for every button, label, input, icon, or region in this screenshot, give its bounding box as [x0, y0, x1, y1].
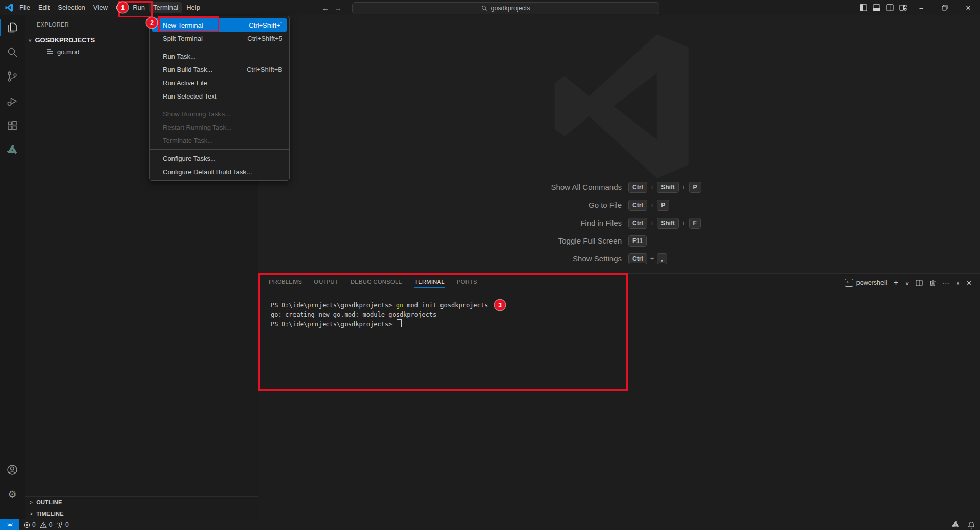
close-window-button[interactable]: ✕ — [957, 0, 980, 15]
errors-icon — [23, 522, 30, 528]
titlebar-right-controls: – ✕ — [856, 0, 980, 15]
menu-item-run-active-file[interactable]: Run Active File — [150, 76, 289, 89]
timeline-label: TIMELINE — [36, 511, 64, 517]
active-shell-chip[interactable]: >_ powershell — [845, 279, 887, 287]
menu-item-run-selected-text[interactable]: Run Selected Text — [150, 89, 289, 103]
menu-view[interactable]: View — [89, 2, 112, 13]
menu-file[interactable]: File — [15, 2, 34, 13]
tab-debug-console[interactable]: DEBUG CONSOLE — [351, 279, 402, 288]
statusbar-right — [951, 519, 975, 530]
tab-ports[interactable]: PORTS — [457, 279, 477, 288]
settings-gear-icon[interactable]: ⚙ — [0, 482, 24, 507]
minimize-button[interactable]: – — [910, 0, 933, 15]
search-icon[interactable] — [0, 40, 24, 64]
keycap: Shift — [657, 218, 679, 229]
toggle-primary-sidebar-icon[interactable] — [856, 0, 870, 15]
toggle-panel-icon[interactable] — [870, 0, 883, 15]
menu-item-terminate-task: Terminate Task... — [150, 134, 289, 147]
status-bar: >< 0 0 0 — [0, 519, 980, 530]
outline-label: OUTLINE — [36, 499, 62, 505]
explorer-title: EXPLORER — [37, 21, 69, 28]
menu-separator — [150, 105, 289, 105]
menu-run[interactable]: Run — [129, 2, 149, 13]
menu-item-configure-tasks[interactable]: Configure Tasks... — [150, 152, 289, 165]
menu-item-new-terminal[interactable]: New Terminal Ctrl+Shift+` — [152, 18, 287, 32]
outline-section-header[interactable]: > OUTLINE — [24, 496, 258, 508]
back-icon[interactable]: ← — [322, 4, 329, 12]
account-icon[interactable] — [0, 457, 24, 482]
shortcut-label: Toggle Full Screen — [397, 236, 622, 245]
maximize-panel-icon[interactable]: ∧ — [956, 280, 960, 286]
source-control-icon[interactable] — [0, 64, 24, 89]
chevron-right-icon: > — [30, 511, 33, 517]
terminal-menu-dropdown: New Terminal Ctrl+Shift+` Split Terminal… — [149, 16, 290, 181]
menu-item-show-running-tasks: Show Running Tasks... — [150, 107, 289, 121]
menu-selection[interactable]: Selection — [54, 2, 89, 13]
kill-terminal-trash-icon[interactable] — [929, 279, 936, 286]
annotation-step-badge-2: 2 — [146, 17, 157, 28]
forward-icon[interactable]: → — [334, 4, 342, 12]
ports-status[interactable]: 0 — [56, 519, 69, 530]
menu-separator — [150, 149, 289, 150]
shortcut-row: Show Settings Ctrl+, — [397, 250, 701, 268]
terminal-output[interactable]: PS D:\ide\projects\gosdkprojects> go mod… — [271, 301, 488, 329]
command-token: go — [396, 302, 403, 309]
vscode-watermark-logo — [550, 34, 694, 178]
launch-profile-chevron-icon[interactable]: ∨ — [905, 280, 909, 286]
custom-extension-icon[interactable] — [0, 138, 24, 162]
terminal-line: go: creating new go.mod: module gosdkpro… — [271, 310, 488, 320]
keycap: F — [689, 218, 701, 229]
watermark-shortcut-list: Show All Commands Ctrl+Shift+P Go to Fil… — [397, 178, 701, 268]
warnings-count: 0 — [49, 521, 53, 528]
menu-item-run-task[interactable]: Run Task... — [150, 50, 289, 63]
shortcut-row: Toggle Full Screen F11 — [397, 232, 701, 250]
search-value: gosdkprojects — [491, 5, 530, 12]
menu-separator — [150, 47, 289, 47]
annotation-step-badge-3: 3 — [495, 300, 505, 310]
chevron-down-icon: > — [27, 38, 33, 41]
menu-edit[interactable]: Edit — [34, 2, 54, 13]
explorer-icon[interactable] — [0, 15, 24, 40]
keycap: P — [657, 200, 669, 211]
keycap: Ctrl — [628, 200, 647, 211]
menu-terminal[interactable]: Terminal — [149, 2, 182, 13]
close-panel-icon[interactable]: ✕ — [966, 279, 972, 287]
radio-tower-icon — [56, 522, 63, 528]
annotation-step-badge-1: 1 — [117, 2, 128, 13]
menu-item-restart-running-task: Restart Running Task... — [150, 121, 289, 134]
customize-layout-icon[interactable] — [896, 0, 910, 15]
keycap: Ctrl — [628, 253, 647, 264]
file-name: go.mod — [57, 48, 79, 56]
chevron-right-icon: > — [30, 500, 33, 505]
run-debug-icon[interactable] — [0, 89, 24, 113]
menu-item-configure-default-build-task[interactable]: Configure Default Build Task... — [150, 165, 289, 178]
title-bar: File Edit Selection View Go Run Terminal… — [0, 0, 980, 16]
shortcut-label: Find in Files — [397, 219, 622, 227]
extension-status-icon[interactable] — [951, 521, 960, 529]
tab-terminal[interactable]: TERMINAL — [414, 279, 445, 288]
more-actions-icon[interactable]: ⋯ — [943, 279, 949, 287]
warnings-icon — [40, 522, 47, 528]
problems-status[interactable]: 0 0 — [23, 519, 52, 530]
panel-controls: >_ powershell + ∨ ⋯ ∧ ✕ — [845, 278, 972, 288]
restore-button[interactable] — [933, 0, 957, 15]
keycap: Shift — [657, 182, 679, 193]
activity-bar: ⚙ — [0, 15, 25, 519]
go-mod-file-icon — [47, 49, 54, 55]
new-terminal-icon[interactable]: + — [894, 278, 899, 288]
tab-problems[interactable]: PROBLEMS — [269, 279, 302, 288]
menu-help[interactable]: Help — [182, 2, 204, 13]
toggle-secondary-sidebar-icon[interactable] — [883, 0, 896, 15]
remote-indicator[interactable]: >< — [0, 519, 19, 530]
notifications-bell-icon[interactable] — [968, 521, 975, 529]
shortcut-row: Show All Commands Ctrl+Shift+P — [397, 178, 701, 196]
tab-output[interactable]: OUTPUT — [314, 279, 338, 288]
extensions-icon[interactable] — [0, 113, 24, 138]
split-terminal-icon[interactable] — [916, 280, 923, 286]
command-center-search[interactable]: gosdkprojects — [352, 2, 659, 14]
timeline-section-header[interactable]: > TIMELINE — [24, 508, 258, 519]
shortcut-label: Show All Commands — [397, 183, 622, 191]
menu-item-split-terminal[interactable]: Split Terminal Ctrl+Shift+5 — [150, 32, 289, 45]
menu-item-run-build-task[interactable]: Run Build Task... Ctrl+Shift+B — [150, 63, 289, 76]
keycap: Ctrl — [628, 182, 647, 193]
